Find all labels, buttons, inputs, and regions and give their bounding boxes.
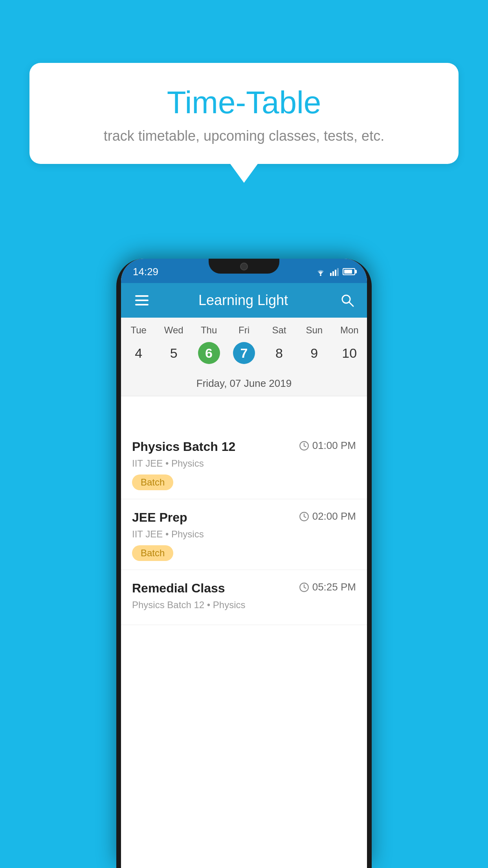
hamburger-menu-button[interactable] xyxy=(132,292,152,309)
schedule-meta-3: Physics Batch 12 • Physics xyxy=(132,600,356,611)
clock-icon-1 xyxy=(299,441,309,451)
day-numbers: 4 5 6 7 8 9 10 xyxy=(121,340,367,373)
schedule-item-3[interactable]: Remedial Class 05:25 PM Physics Batch 12… xyxy=(121,570,367,625)
camera xyxy=(240,263,248,270)
wifi-icon xyxy=(315,267,326,276)
schedule-item-2[interactable]: JEE Prep 02:00 PM IIT JEE • Physics Batc… xyxy=(121,499,367,570)
schedule-list: Physics Batch 12 01:00 PM IIT JEE • Phys… xyxy=(121,428,367,868)
tooltip-subtitle: track timetable, upcoming classes, tests… xyxy=(53,128,435,144)
day-9[interactable]: 9 xyxy=(297,340,332,366)
schedule-time-text-1: 01:00 PM xyxy=(312,440,356,452)
clock-icon-2 xyxy=(299,511,309,522)
day-7-selected[interactable]: 7 xyxy=(226,340,261,366)
tooltip-bubble: Time-Table track timetable, upcoming cla… xyxy=(29,63,459,164)
search-icon xyxy=(340,293,355,308)
tooltip-title: Time-Table xyxy=(53,85,435,121)
schedule-name-3: Remedial Class xyxy=(132,581,225,596)
schedule-time-3: 05:25 PM xyxy=(299,581,356,593)
schedule-time-2: 02:00 PM xyxy=(299,510,356,522)
day-4[interactable]: 4 xyxy=(121,340,156,366)
svg-rect-1 xyxy=(330,273,332,276)
day-header-wed: Wed xyxy=(156,318,191,340)
app-header: Learning Light xyxy=(121,283,367,318)
clock-icon-3 xyxy=(299,582,309,592)
day-header-tue: Tue xyxy=(121,318,156,340)
schedule-meta-1: IIT JEE • Physics xyxy=(132,458,356,469)
phone-screen: 14:29 xyxy=(121,259,367,868)
schedule-item-top-1: Physics Batch 12 01:00 PM xyxy=(132,440,356,454)
svg-rect-4 xyxy=(337,268,339,276)
status-icons xyxy=(315,266,355,276)
day-header-mon: Mon xyxy=(332,318,367,340)
calendar-section: Tue Wed Thu Fri Sat Sun Mon 4 5 6 7 8 9 … xyxy=(121,318,367,396)
batch-tag-2: Batch xyxy=(132,545,173,561)
schedule-item-top-3: Remedial Class 05:25 PM xyxy=(132,581,356,596)
search-button[interactable] xyxy=(339,292,356,309)
selected-circle: 7 xyxy=(233,342,255,364)
schedule-name-1: Physics Batch 12 xyxy=(132,440,235,454)
day-header-fri: Fri xyxy=(226,318,261,340)
day-8[interactable]: 8 xyxy=(262,340,297,366)
signal-icon xyxy=(330,267,339,276)
schedule-time-text-2: 02:00 PM xyxy=(312,510,356,522)
svg-line-6 xyxy=(349,302,353,306)
day-10[interactable]: 10 xyxy=(332,340,367,366)
app-title: Learning Light xyxy=(152,292,335,309)
svg-point-0 xyxy=(320,274,321,276)
schedule-meta-2: IIT JEE • Physics xyxy=(132,529,356,540)
schedule-item-top-2: JEE Prep 02:00 PM xyxy=(132,510,356,525)
svg-rect-3 xyxy=(335,270,336,276)
phone-frame: 14:29 xyxy=(116,259,372,868)
batch-tag-1: Batch xyxy=(132,474,173,490)
svg-rect-2 xyxy=(332,271,334,276)
schedule-item-1[interactable]: Physics Batch 12 01:00 PM IIT JEE • Phys… xyxy=(121,428,367,499)
schedule-time-text-3: 05:25 PM xyxy=(312,581,356,593)
battery-icon xyxy=(343,268,355,275)
schedule-time-1: 01:00 PM xyxy=(299,440,356,452)
schedule-name-2: JEE Prep xyxy=(132,510,187,525)
day-header-sat: Sat xyxy=(262,318,297,340)
selected-date-label: Friday, 07 June 2019 xyxy=(121,373,367,396)
today-circle: 6 xyxy=(198,342,220,364)
day-header-thu: Thu xyxy=(191,318,226,340)
phone-notch xyxy=(209,259,279,274)
day-headers: Tue Wed Thu Fri Sat Sun Mon xyxy=(121,318,367,340)
day-6-today[interactable]: 6 xyxy=(191,340,226,366)
day-header-sun: Sun xyxy=(297,318,332,340)
day-5[interactable]: 5 xyxy=(156,340,191,366)
